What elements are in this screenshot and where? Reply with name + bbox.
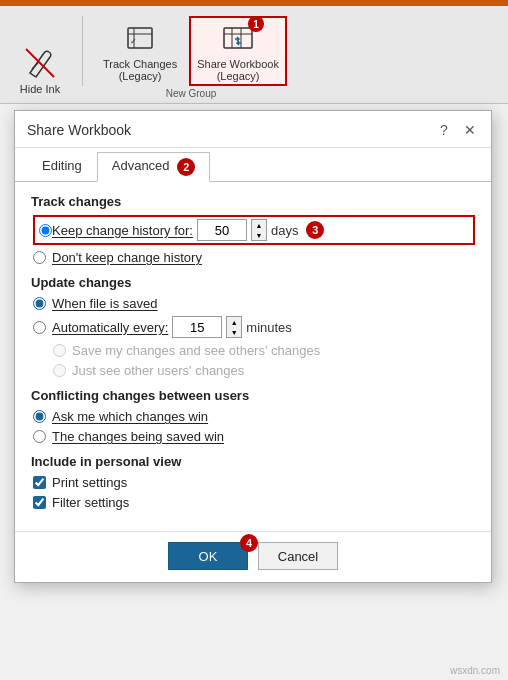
keep-history-radio[interactable] bbox=[39, 224, 52, 237]
tab-editing[interactable]: Editing bbox=[27, 152, 97, 182]
days-spinbox-wrapper: ▲ ▼ days bbox=[197, 219, 298, 241]
dont-keep-label: Don't keep change history bbox=[52, 250, 202, 265]
dont-keep-history-row: Don't keep change history bbox=[33, 250, 475, 265]
when-saved-row: When file is saved bbox=[33, 296, 475, 311]
ok-button[interactable]: OK bbox=[168, 542, 248, 570]
ask-which-win-radio[interactable] bbox=[33, 410, 46, 423]
ribbon-badge-1: 1 bbox=[248, 16, 264, 32]
print-settings-label: Print settings bbox=[52, 475, 127, 490]
minutes-spin-down[interactable]: ▼ bbox=[227, 327, 241, 337]
just-see-radio[interactable] bbox=[53, 364, 66, 377]
hide-ink-button[interactable]: Hide Ink bbox=[10, 41, 70, 99]
filter-settings-row: Filter settings bbox=[33, 495, 475, 510]
minutes-spin-up[interactable]: ▲ bbox=[227, 317, 241, 327]
dialog-tabs: Editing Advanced 2 bbox=[15, 152, 491, 182]
dialog-content: Track changes Keep change history for: ▲… bbox=[15, 182, 491, 525]
dialog-titlebar: Share Workbook ? ✕ bbox=[15, 111, 491, 148]
tab-advanced[interactable]: Advanced 2 bbox=[97, 152, 210, 182]
cancel-button[interactable]: Cancel bbox=[258, 542, 338, 570]
just-see-others-row: Just see other users' changes bbox=[53, 363, 475, 378]
watermark: wsxdn.com bbox=[450, 665, 500, 676]
titlebar-buttons: ? ✕ bbox=[433, 119, 481, 141]
save-see-radio[interactable] bbox=[53, 344, 66, 357]
dont-keep-radio[interactable] bbox=[33, 251, 46, 264]
minutes-spinbox[interactable] bbox=[172, 316, 222, 338]
print-settings-row: Print settings bbox=[33, 475, 475, 490]
share-workbook-label: Share Workbook(Legacy) bbox=[197, 58, 279, 82]
days-spinbox[interactable] bbox=[197, 219, 247, 241]
ribbon-group-items: ✓ Track Changes(Legacy) bbox=[95, 16, 287, 86]
hide-ink-icon bbox=[22, 45, 58, 81]
auto-every-label: Automatically every: bbox=[52, 320, 168, 335]
auto-every-row: Automatically every: ▲ ▼ minutes bbox=[33, 316, 475, 338]
tab-editing-label: Editing bbox=[42, 158, 82, 173]
share-workbook-dialog: Share Workbook ? ✕ Editing Advanced 2 Tr… bbox=[14, 110, 492, 583]
track-changes-label: Track Changes(Legacy) bbox=[103, 58, 177, 82]
ribbon-group-new: ✓ Track Changes(Legacy) bbox=[95, 16, 287, 99]
days-unit: days bbox=[271, 223, 298, 238]
keep-history-label: Keep change history for: bbox=[52, 223, 193, 238]
auto-every-radio[interactable] bbox=[33, 321, 46, 334]
hide-ink-label: Hide Ink bbox=[20, 83, 60, 95]
track-changes-section-label: Track changes bbox=[31, 194, 475, 209]
ribbon: Hide Ink ✓ Track Changes(Legacy) bbox=[0, 6, 508, 104]
svg-text:✓: ✓ bbox=[130, 37, 137, 46]
dialog-footer: OK 4 Cancel bbox=[15, 531, 491, 582]
ok-btn-container: OK 4 bbox=[168, 542, 248, 570]
save-see-label: Save my changes and see others' changes bbox=[72, 343, 320, 358]
new-group-label: New Group bbox=[166, 88, 217, 99]
just-see-label: Just see other users' changes bbox=[72, 363, 244, 378]
filter-settings-checkbox[interactable] bbox=[33, 496, 46, 509]
personal-view-section-label: Include in personal view bbox=[31, 454, 475, 469]
saved-win-row: The changes being saved win bbox=[33, 429, 475, 444]
share-workbook-button[interactable]: 1 Share Workbook(Legacy) bbox=[189, 16, 287, 86]
share-workbook-badge-container: 1 bbox=[220, 20, 256, 58]
minutes-spinbox-wrapper: ▲ ▼ minutes bbox=[172, 316, 292, 338]
tab-advanced-label: Advanced bbox=[112, 158, 170, 173]
days-spin-up[interactable]: ▲ bbox=[252, 220, 266, 230]
dialog-title: Share Workbook bbox=[27, 122, 131, 138]
track-changes-badge-3: 3 bbox=[306, 221, 324, 239]
tab-advanced-badge: 2 bbox=[177, 158, 195, 176]
days-spin-down[interactable]: ▼ bbox=[252, 230, 266, 240]
ribbon-divider-1 bbox=[82, 16, 83, 86]
ask-which-win-label: Ask me which changes win bbox=[52, 409, 208, 424]
minutes-spin-buttons: ▲ ▼ bbox=[226, 316, 242, 338]
saved-win-label: The changes being saved win bbox=[52, 429, 224, 444]
when-saved-label: When file is saved bbox=[52, 296, 158, 311]
filter-settings-label: Filter settings bbox=[52, 495, 129, 510]
save-see-others-row: Save my changes and see others' changes bbox=[53, 343, 475, 358]
update-changes-section-label: Update changes bbox=[31, 275, 475, 290]
saved-win-radio[interactable] bbox=[33, 430, 46, 443]
ok-badge-4: 4 bbox=[240, 534, 258, 552]
minutes-unit: minutes bbox=[246, 320, 292, 335]
ask-which-win-row: Ask me which changes win bbox=[33, 409, 475, 424]
help-button[interactable]: ? bbox=[433, 119, 455, 141]
conflicting-section-label: Conflicting changes between users bbox=[31, 388, 475, 403]
days-spin-buttons: ▲ ▼ bbox=[251, 219, 267, 241]
close-button[interactable]: ✕ bbox=[459, 119, 481, 141]
track-changes-icon: ✓ bbox=[122, 20, 158, 56]
print-settings-checkbox[interactable] bbox=[33, 476, 46, 489]
track-changes-button[interactable]: ✓ Track Changes(Legacy) bbox=[95, 16, 185, 86]
keep-history-row: Keep change history for: ▲ ▼ days 3 bbox=[33, 215, 475, 245]
when-saved-radio[interactable] bbox=[33, 297, 46, 310]
